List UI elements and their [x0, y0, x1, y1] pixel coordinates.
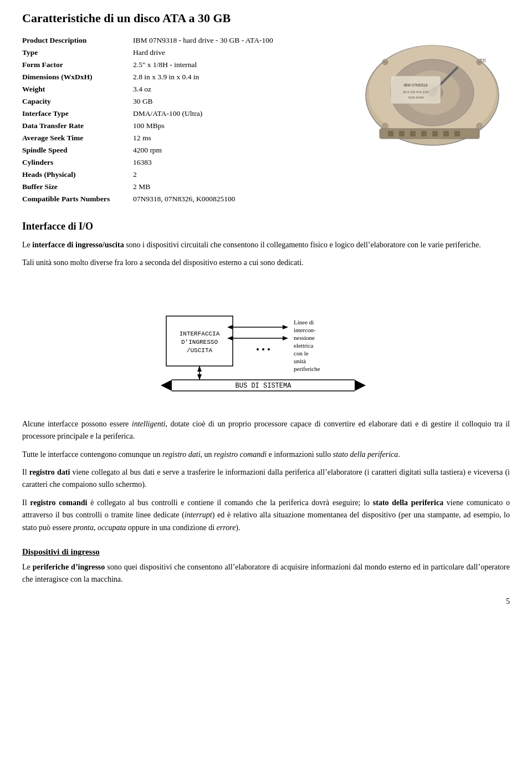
specs-row: Weight3.4 oz [22, 83, 344, 95]
specs-label: Buffer Size [22, 181, 133, 193]
specs-row: Heads (Physical)2 [22, 169, 344, 181]
io-paragraph-5: Il registro dati viene collegato al bus … [22, 466, 510, 491]
specs-row: TypeHard drive [22, 47, 344, 59]
specs-label: Dimensions (WxDxH) [22, 71, 133, 83]
io-paragraph-3: Alcune interfacce possono essere intelli… [22, 418, 510, 443]
svg-text:BUS DI SISTEMA: BUS DI SISTEMA [236, 382, 292, 390]
svg-text:unità: unità [294, 358, 306, 364]
specs-row: Form Factor2.5" x 1/8H - internal [22, 59, 344, 71]
svg-text:D'INGRESSO: D'INGRESSO [181, 339, 218, 345]
specs-label: Compatible Parts Numbers [22, 193, 133, 205]
ingresso-paragraph-1: Le periferiche d’ingresso sono quei disp… [22, 561, 510, 586]
svg-point-38 [262, 348, 264, 350]
specs-row: Product DescriptionIBM 07N9318 - hard dr… [22, 34, 344, 47]
specs-label: Interface Type [22, 108, 133, 120]
svg-point-37 [257, 348, 259, 350]
specs-value: 3.4 oz [133, 83, 344, 95]
specs-row: Dimensions (WxDxH)2.8 in x 3.9 in x 0.4 … [22, 71, 344, 83]
svg-text:intercon-: intercon- [294, 327, 316, 333]
io-section-body: Le interfacce di ingresso/uscita sono i … [22, 239, 510, 269]
io-paragraph-1: Le interfacce di ingresso/uscita sono i … [22, 239, 510, 251]
svg-point-26 [477, 123, 482, 129]
specs-label: Product Description [22, 34, 133, 47]
svg-rect-11 [410, 131, 416, 136]
specs-label: Average Seek Time [22, 132, 133, 144]
specs-row: Data Transfer Rate100 MBps [22, 120, 344, 132]
specs-label: Form Factor [22, 59, 133, 71]
specs-value: 07N9318, 07N8326, K000825100 [133, 193, 344, 205]
svg-rect-13 [432, 131, 438, 136]
io-diagram: INTERFACCIA D'INGRESSO /USCITA Linee di … [22, 283, 510, 405]
svg-text:elettrica: elettrica [294, 342, 314, 349]
svg-rect-8 [380, 129, 479, 139]
specs-label: Capacity [22, 95, 133, 108]
specs-value: 2 [133, 169, 344, 181]
top-section: Product DescriptionIBM 07N9318 - hard dr… [22, 34, 510, 205]
svg-marker-53 [197, 366, 202, 372]
io-paragraph-6: Il registro comandi è collegato al bus c… [22, 497, 510, 534]
hdd-image: IBM 07N9318 30.0 GB ATA-100 4200 RPM CE [355, 34, 510, 205]
specs-value: 2.8 in x 3.9 in x 0.4 in [133, 71, 344, 83]
svg-point-39 [268, 348, 270, 350]
svg-rect-16 [391, 76, 441, 104]
svg-text:nessione: nessione [294, 334, 315, 341]
io-paragraph-4: Tutte le interfacce contengono comunque … [22, 449, 510, 461]
svg-text:periferiche: periferiche [294, 365, 320, 372]
specs-row: Interface TypeDMA/ATA-100 (Ultra) [22, 108, 344, 120]
specs-table: Product DescriptionIBM 07N9318 - hard dr… [22, 34, 344, 205]
specs-label: Type [22, 47, 133, 59]
page-title: Caratteristiche di un disco ATA a 30 GB [22, 11, 510, 26]
specs-row: Buffer Size2 MB [22, 181, 344, 193]
svg-rect-9 [388, 131, 393, 136]
specs-value: IBM 07N9318 - hard drive - 30 GB - ATA-1… [133, 34, 344, 47]
specs-row: Compatible Parts Numbers07N9318, 07N8326… [22, 193, 344, 205]
svg-text:30.0 GB ATA-100: 30.0 GB ATA-100 [403, 90, 429, 94]
specs-label: Data Transfer Rate [22, 120, 133, 132]
io-diagram-svg: INTERFACCIA D'INGRESSO /USCITA Linee di … [150, 283, 382, 405]
svg-rect-15 [454, 131, 460, 136]
specs-value: Hard drive [133, 47, 344, 59]
specs-value: 2 MB [133, 181, 344, 193]
io-section-body-2: Alcune interfacce possono essere intelli… [22, 418, 510, 534]
svg-text:IBM 07N9318: IBM 07N9318 [404, 83, 428, 87]
svg-rect-14 [443, 131, 449, 136]
specs-value: 100 MBps [133, 120, 344, 132]
specs-row: Cylinders16383 [22, 156, 344, 169]
specs-label: Cylinders [22, 156, 133, 169]
svg-marker-33 [227, 325, 233, 329]
svg-marker-47 [161, 380, 172, 391]
svg-marker-54 [197, 374, 202, 380]
page-number: 5 [22, 597, 510, 606]
svg-marker-32 [283, 325, 288, 329]
specs-value: 30 GB [133, 95, 344, 108]
svg-rect-12 [421, 131, 427, 136]
specs-value: 2.5" x 1/8H - internal [133, 59, 344, 71]
svg-marker-36 [227, 336, 233, 340]
specs-label: Weight [22, 83, 133, 95]
svg-point-25 [382, 123, 388, 129]
svg-text:/USCITA: /USCITA [187, 347, 213, 354]
specs-label: Spindle Speed [22, 144, 133, 156]
specs-label: Heads (Physical) [22, 169, 133, 181]
svg-text:Linee di: Linee di [294, 319, 314, 325]
svg-text:INTERFACCIA: INTERFACCIA [180, 330, 220, 337]
io-section-title: Interfacce di I/O [22, 221, 510, 232]
specs-value: 4200 rpm [133, 144, 344, 156]
hdd-illustration: IBM 07N9318 30.0 GB ATA-100 4200 RPM CE [357, 34, 507, 156]
specs-value: DMA/ATA-100 (Ultra) [133, 108, 344, 120]
specs-value: 16383 [133, 156, 344, 169]
specs-row: Average Seek Time12 ms [22, 132, 344, 144]
svg-text:con le: con le [294, 350, 309, 357]
ingresso-section-body: Le periferiche d’ingresso sono quei disp… [22, 561, 510, 586]
specs-value: 12 ms [133, 132, 344, 144]
svg-marker-48 [355, 380, 366, 391]
svg-text:4200 RPM: 4200 RPM [408, 96, 423, 99]
svg-marker-35 [283, 336, 288, 340]
specs-row: Spindle Speed4200 rpm [22, 144, 344, 156]
specs-row: Capacity30 GB [22, 95, 344, 108]
io-paragraph-2: Tali unità sono molto diverse fra loro a… [22, 257, 510, 269]
svg-rect-10 [399, 131, 405, 136]
ingresso-subsection-title: Dispositivi di ingresso [22, 547, 510, 557]
